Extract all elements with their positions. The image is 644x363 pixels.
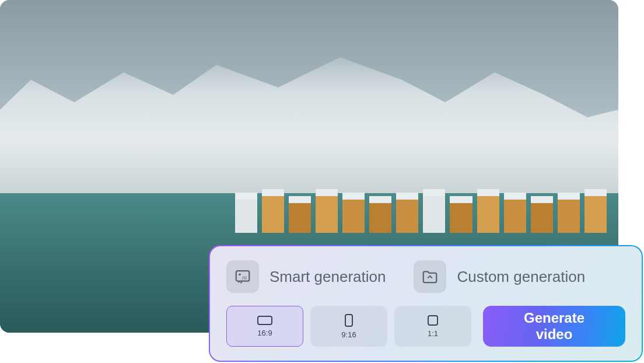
aspect-ratio-9-16[interactable]: 9:16 <box>310 306 387 347</box>
ratio-label: 16:9 <box>257 329 272 337</box>
control-panel-inner: AI Smart generation Custom generation <box>210 246 642 361</box>
folder-icon <box>414 260 446 293</box>
generation-options-row: AI Smart generation Custom generation <box>226 260 625 293</box>
ratio-label: 9:16 <box>341 330 356 339</box>
bottom-row: 16:9 9:16 1:1 Generate video <box>226 306 625 347</box>
ratio-landscape-icon <box>257 316 272 325</box>
smart-generation-label: Smart generation <box>270 268 386 286</box>
village-layer <box>235 160 618 233</box>
smart-generation-option[interactable]: AI Smart generation <box>226 260 386 293</box>
ratio-portrait-icon <box>345 314 353 327</box>
custom-generation-option[interactable]: Custom generation <box>414 260 585 293</box>
control-panel: AI Smart generation Custom generation <box>209 245 643 362</box>
ratio-label: 1:1 <box>428 329 438 338</box>
smart-ai-icon: AI <box>226 260 259 293</box>
aspect-ratio-group: 16:9 9:16 1:1 <box>226 306 471 347</box>
aspect-ratio-1-1[interactable]: 1:1 <box>394 306 471 347</box>
svg-point-1 <box>239 273 241 275</box>
custom-generation-label: Custom generation <box>457 268 585 286</box>
ratio-square-icon <box>428 315 438 326</box>
svg-text:AI: AI <box>242 275 247 281</box>
generate-video-button[interactable]: Generate video <box>483 306 625 347</box>
aspect-ratio-16-9[interactable]: 16:9 <box>226 306 303 347</box>
